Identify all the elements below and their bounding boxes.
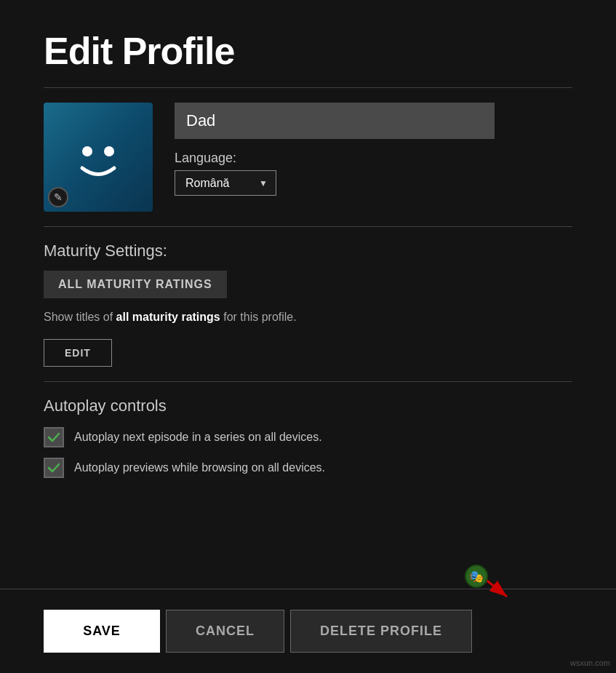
save-button[interactable]: SAVE bbox=[44, 610, 160, 653]
middle-divider-1 bbox=[44, 226, 572, 227]
page-title: Edit Profile bbox=[44, 29, 572, 73]
checkmark-icon bbox=[47, 431, 60, 444]
maturity-desc-bold: all maturity ratings bbox=[116, 311, 220, 323]
avatar-container: ✎ bbox=[44, 103, 153, 212]
maturity-section-title: Maturity Settings: bbox=[44, 242, 572, 260]
autoplay-next-label: Autoplay next episode in a series on all… bbox=[74, 431, 322, 444]
maturity-desc-suffix: for this profile. bbox=[220, 311, 297, 323]
language-select[interactable]: Română English Español Français Deutsch bbox=[175, 170, 276, 196]
watermark: wsxun.com bbox=[570, 658, 610, 667]
avatar-svg bbox=[62, 121, 135, 194]
language-label: Language: bbox=[175, 151, 572, 166]
footer-buttons: 🎭 SAVE CANCEL DELETE PROFILE bbox=[0, 589, 616, 673]
autoplay-previews-label: Autoplay previews while browsing on all … bbox=[74, 461, 325, 474]
avatar-edit-button[interactable]: ✎ bbox=[48, 187, 68, 207]
maturity-description: Show titles of all maturity ratings for … bbox=[44, 308, 572, 326]
autoplay-section: Autoplay controls Autoplay next episode … bbox=[44, 397, 572, 478]
autoplay-item-previews: Autoplay previews while browsing on all … bbox=[44, 458, 572, 478]
delete-profile-button[interactable]: DELETE PROFILE bbox=[290, 610, 472, 653]
maturity-section: Maturity Settings: ALL MATURITY RATINGS … bbox=[44, 242, 572, 367]
maturity-badge: ALL MATURITY RATINGS bbox=[44, 271, 227, 298]
svg-point-1 bbox=[104, 146, 114, 156]
maturity-edit-button[interactable]: EDIT bbox=[44, 339, 112, 367]
language-select-wrapper: Română English Español Français Deutsch … bbox=[175, 170, 276, 196]
language-section: Language: Română English Español Françai… bbox=[175, 151, 572, 196]
maturity-desc-prefix: Show titles of bbox=[44, 311, 116, 323]
checkmark-icon-2 bbox=[47, 461, 60, 474]
main-content: Edit Profile ✎ Language: bbox=[0, 0, 616, 567]
autoplay-title: Autoplay controls bbox=[44, 397, 572, 415]
top-divider bbox=[44, 87, 572, 88]
profile-name-input[interactable] bbox=[175, 103, 495, 139]
profile-section: ✎ Language: Română English Español Franç… bbox=[44, 103, 572, 212]
autoplay-previews-checkbox[interactable] bbox=[44, 458, 64, 478]
middle-divider-2 bbox=[44, 381, 572, 382]
autoplay-next-checkbox[interactable] bbox=[44, 427, 64, 447]
autoplay-item-next: Autoplay next episode in a series on all… bbox=[44, 427, 572, 447]
svg-point-0 bbox=[82, 146, 92, 156]
profile-form: Language: Română English Español Françai… bbox=[175, 103, 572, 196]
arrow-indicator: 🎭 bbox=[463, 560, 521, 607]
cancel-button[interactable]: CANCEL bbox=[166, 610, 284, 653]
